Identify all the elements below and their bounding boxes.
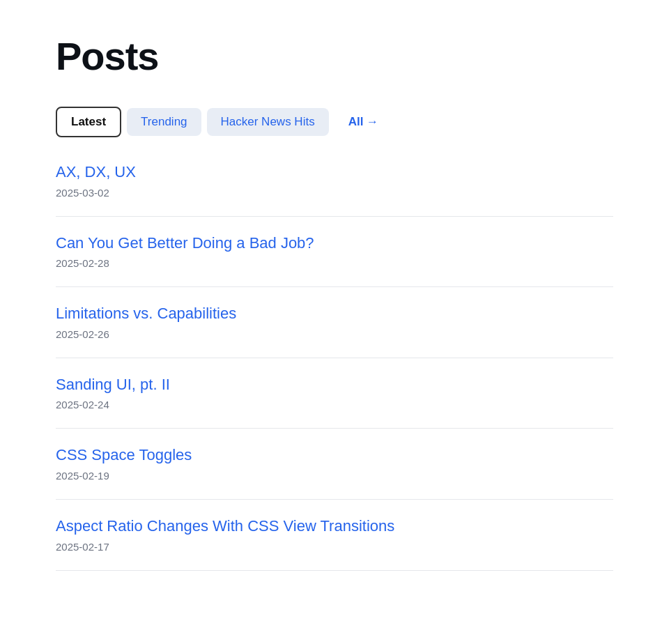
list-item: Limitations vs. Capabilities2025-02-26: [56, 287, 613, 358]
list-item: Sanding UI, pt. II2025-02-24: [56, 358, 613, 429]
post-title-link[interactable]: AX, DX, UX: [56, 162, 613, 183]
tab-latest[interactable]: Latest: [56, 107, 121, 137]
post-date: 2025-02-19: [56, 470, 109, 482]
list-item: CSS Space Toggles2025-02-19: [56, 429, 613, 500]
post-title-link[interactable]: Can You Get Better Doing a Bad Job?: [56, 233, 613, 254]
post-title-link[interactable]: Sanding UI, pt. II: [56, 375, 613, 395]
post-date: 2025-02-26: [56, 328, 109, 340]
post-title-link[interactable]: Aspect Ratio Changes With CSS View Trans…: [56, 516, 613, 537]
tab-trending[interactable]: Trending: [127, 108, 201, 136]
post-date: 2025-02-28: [56, 257, 109, 269]
tabs-nav: LatestTrendingHacker News HitsAll →: [56, 107, 613, 137]
tab-hacker-news-hits[interactable]: Hacker News Hits: [207, 108, 329, 136]
page-title: Posts: [56, 33, 613, 79]
list-item: AX, DX, UX2025-03-02: [56, 162, 613, 217]
list-item: Can You Get Better Doing a Bad Job?2025-…: [56, 217, 613, 288]
post-title-link[interactable]: Limitations vs. Capabilities: [56, 304, 613, 324]
post-date: 2025-02-24: [56, 399, 109, 411]
posts-list: AX, DX, UX2025-03-02Can You Get Better D…: [56, 162, 613, 571]
post-date: 2025-03-02: [56, 187, 109, 199]
tab-all[interactable]: All →: [334, 108, 392, 136]
post-title-link[interactable]: CSS Space Toggles: [56, 445, 613, 466]
list-item: Aspect Ratio Changes With CSS View Trans…: [56, 500, 613, 571]
post-date: 2025-02-17: [56, 541, 109, 553]
